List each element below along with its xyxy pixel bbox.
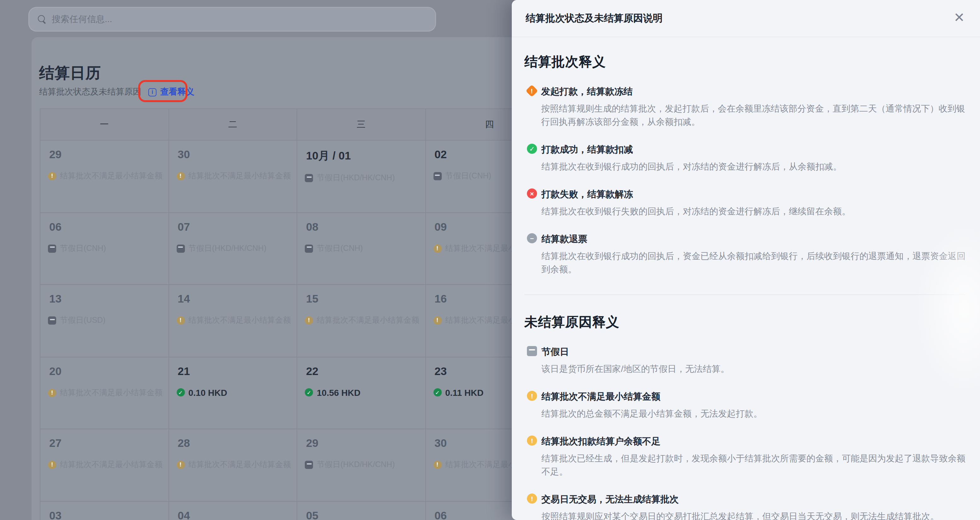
drawer-header: 结算批次状态及未结算原因说明 ✕: [512, 0, 980, 37]
definition-item-title: 交易日无交易，无法生成结算批次: [541, 493, 968, 506]
calendar-icon: [527, 346, 537, 356]
section-divider: [524, 294, 966, 295]
close-icon[interactable]: ✕: [950, 8, 969, 27]
settlement-calendar-screen: 搜索任何信息... 结算日历 结算批次状态及未结算原因 i 查看释义 一二三四 …: [0, 0, 980, 520]
drawer-body: 结算批次释义 ! 发起打款，结算款冻结 按照结算规则生成的结算批次，发起打款后，…: [512, 37, 980, 520]
unsettled-reason-items: 节假日 该日是货币所在国家/地区的节假日，无法结算。 ! 结算批次不满足最小结算…: [524, 346, 966, 520]
definition-item-title: 结算批次不满足最小结算金额: [541, 390, 968, 403]
definition-item: ! 交易日无交易，无法生成结算批次 按照结算规则应对某个交易日的交易打批汇总发起…: [527, 493, 966, 520]
drawer-scrim[interactable]: [0, 0, 512, 520]
diamond-exclamation-icon: !: [526, 84, 538, 96]
definition-item-title: 打款成功，结算款扣减: [541, 143, 968, 156]
definitions-drawer: 结算批次状态及未结算原因说明 ✕ 结算批次释义 ! 发起打款，结算款冻结 按照结…: [512, 0, 980, 520]
circle-exclamation-icon: !: [527, 493, 537, 504]
circle-exclamation-icon: !: [527, 436, 537, 445]
circle-cross-icon: ×: [527, 189, 537, 198]
definition-item: − 结算款退票 结算批次在收到银行成功的回执后，资金已经从余额扣减给到银行，后续…: [527, 233, 966, 276]
definition-item: × 打款失败，结算款解冻 结算批次在收到银行失败的回执后，对冻结的资金进行解冻后…: [527, 188, 966, 218]
drawer-title: 结算批次状态及未结算原因说明: [526, 12, 663, 25]
definition-item-body: 按照结算规则生成的结算批次，发起打款后，会在余额里冻结该部分资金，直到第二天（通…: [541, 102, 968, 128]
definition-item-body: 按照结算规则应对某个交易日的交易打批汇总发起结算，但交易日当天无交易，则无法生成…: [541, 510, 968, 520]
definition-item-title: 节假日: [541, 346, 968, 358]
definition-item: ✓ 打款成功，结算款扣减 结算批次在收到银行成功的回执后，对冻结的资金进行解冻后…: [527, 143, 966, 173]
definition-item: 节假日 该日是货币所在国家/地区的节假日，无法结算。: [527, 346, 966, 376]
circle-minus-icon: −: [527, 233, 537, 243]
definition-item-title: 打款失败，结算款解冻: [541, 188, 968, 200]
definition-item-body: 结算批次在收到银行失败的回执后，对冻结的资金进行解冻后，继续留在余额。: [541, 205, 968, 218]
definition-item-body: 结算批次的总金额不满足最小结算金额，无法发起打款。: [541, 407, 968, 420]
definition-item: ! 结算批次扣款结算户余额不足 结算批次已经生成，但是发起打款时，发现余额小于结…: [527, 435, 966, 479]
circle-exclamation-icon: !: [527, 391, 537, 401]
definition-item-body: 该日是货币所在国家/地区的节假日，无法结算。: [541, 362, 968, 376]
definition-item-title: 结算批次扣款结算户余额不足: [541, 435, 968, 447]
definition-item-body: 结算批次已经生成，但是发起打款时，发现余额小于结算批次所需要的金额，可能是因为发…: [541, 452, 968, 479]
definition-item-body: 结算批次在收到银行成功的回执后，对冻结的资金进行解冻后，从余额扣减。: [541, 160, 968, 173]
section-heading-unsettled-reasons: 未结算原因释义: [524, 313, 966, 331]
circle-check-icon: ✓: [527, 144, 537, 154]
batch-definition-items: ! 发起打款，结算款冻结 按照结算规则生成的结算批次，发起打款后，会在余额里冻结…: [524, 85, 966, 276]
definition-item: ! 结算批次不满足最小结算金额 结算批次的总金额不满足最小结算金额，无法发起打款…: [527, 390, 966, 420]
section-heading-batch-definitions: 结算批次释义: [524, 53, 966, 71]
definition-item: ! 发起打款，结算款冻结 按照结算规则生成的结算批次，发起打款后，会在余额里冻结…: [527, 85, 966, 128]
definition-item-title: 发起打款，结算款冻结: [541, 85, 968, 98]
definition-item-body: 结算批次在收到银行成功的回执后，资金已经从余额扣减给到银行，后续收到银行的退票通…: [541, 250, 968, 276]
definition-item-title: 结算款退票: [541, 233, 968, 245]
